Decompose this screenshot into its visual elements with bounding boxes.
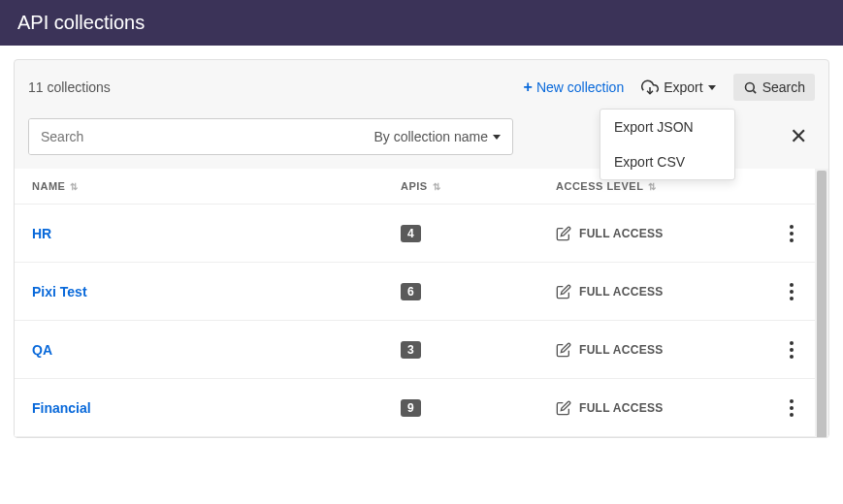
more-icon [790, 341, 794, 359]
search-toggle-button[interactable]: Search [733, 74, 815, 101]
access-level-label: FULL ACCESS [579, 401, 664, 415]
api-count-badge: 3 [401, 341, 421, 359]
sort-icon: ⇅ [433, 181, 441, 192]
row-menu-button[interactable] [772, 341, 811, 359]
table-row: Financial 9 FULL ACCESS [15, 379, 828, 437]
more-icon [790, 225, 794, 242]
export-dropdown-menu: Export JSON Export CSV [600, 109, 735, 180]
plus-icon: + [524, 79, 533, 96]
cell-name: QA [32, 341, 401, 359]
search-box: By collection name [28, 118, 513, 155]
cell-apis: 4 [401, 224, 556, 242]
cloud-download-icon [641, 79, 659, 96]
edit-icon [556, 342, 571, 358]
row-menu-button[interactable] [772, 399, 811, 417]
search-toggle-label: Search [762, 79, 805, 95]
cell-access: FULL ACCESS [556, 400, 772, 416]
cell-access: FULL ACCESS [556, 284, 772, 299]
search-input[interactable] [29, 119, 362, 154]
collection-link[interactable]: QA [32, 342, 52, 358]
search-filter-dropdown[interactable]: By collection name [362, 119, 512, 154]
collections-card: 11 collections + New collection Export S… [14, 59, 829, 438]
column-label: APIS [401, 180, 428, 192]
sort-icon: ⇅ [70, 181, 79, 192]
page-header: API collections [0, 0, 843, 46]
cell-apis: 6 [401, 282, 556, 300]
more-icon [790, 283, 794, 300]
collection-link[interactable]: Financial [32, 400, 91, 416]
cell-access: FULL ACCESS [556, 342, 772, 358]
column-label: NAME [32, 180, 65, 192]
more-icon [790, 399, 794, 417]
edit-icon [556, 284, 571, 299]
cell-name: Financial [32, 399, 401, 417]
page-title: API collections [17, 12, 145, 33]
svg-point-0 [745, 82, 754, 91]
table-row: QA 3 FULL ACCESS [15, 321, 828, 379]
column-header-access[interactable]: ACCESS LEVEL ⇅ [556, 180, 811, 192]
export-label: Export [664, 79, 702, 95]
new-collection-label: New collection [536, 79, 624, 95]
toolbar-actions: + New collection Export Search Export JS… [524, 74, 815, 101]
access-level-label: FULL ACCESS [579, 285, 664, 299]
column-header-apis[interactable]: APIS ⇅ [401, 180, 556, 192]
cell-name: HR [32, 225, 401, 242]
collection-count: 11 collections [28, 79, 524, 95]
edit-icon [556, 226, 571, 241]
close-search-button[interactable]: ✕ [782, 124, 815, 149]
close-icon: ✕ [790, 124, 807, 148]
row-menu-button[interactable] [772, 283, 811, 300]
scrollbar[interactable]: ▲ [815, 169, 828, 437]
new-collection-button[interactable]: + New collection [524, 79, 625, 96]
row-menu-button[interactable] [772, 225, 811, 242]
svg-line-1 [753, 90, 756, 93]
access-level-label: FULL ACCESS [579, 343, 664, 357]
api-count-badge: 4 [401, 225, 421, 242]
toolbar: 11 collections + New collection Export S… [15, 60, 828, 110]
collection-link[interactable]: HR [32, 226, 51, 241]
cell-apis: 3 [401, 340, 556, 359]
search-icon [743, 80, 758, 95]
access-level-label: FULL ACCESS [579, 227, 664, 240]
table: NAME ⇅ APIS ⇅ ACCESS LEVEL ⇅ HR 4 [15, 169, 828, 437]
sort-icon: ⇅ [648, 181, 657, 192]
collection-link[interactable]: Pixi Test [32, 284, 87, 299]
api-count-badge: 6 [401, 283, 421, 300]
cell-apis: 9 [401, 398, 556, 417]
cell-name: Pixi Test [32, 283, 401, 300]
scrollbar-thumb[interactable] [817, 171, 827, 438]
chevron-down-icon [493, 135, 501, 140]
column-header-name[interactable]: NAME ⇅ [32, 180, 401, 192]
export-json-item[interactable]: Export JSON [600, 110, 734, 144]
edit-icon [556, 400, 571, 416]
chevron-down-icon [708, 85, 716, 90]
cell-access: FULL ACCESS [556, 226, 772, 241]
search-filter-label: By collection name [373, 129, 488, 144]
api-count-badge: 9 [401, 399, 421, 417]
export-csv-item[interactable]: Export CSV [600, 144, 734, 179]
export-button[interactable]: Export [635, 75, 721, 100]
column-label: ACCESS LEVEL [556, 180, 643, 192]
table-row: HR 4 FULL ACCESS [15, 205, 828, 263]
table-row: Pixi Test 6 FULL ACCESS [15, 263, 828, 321]
